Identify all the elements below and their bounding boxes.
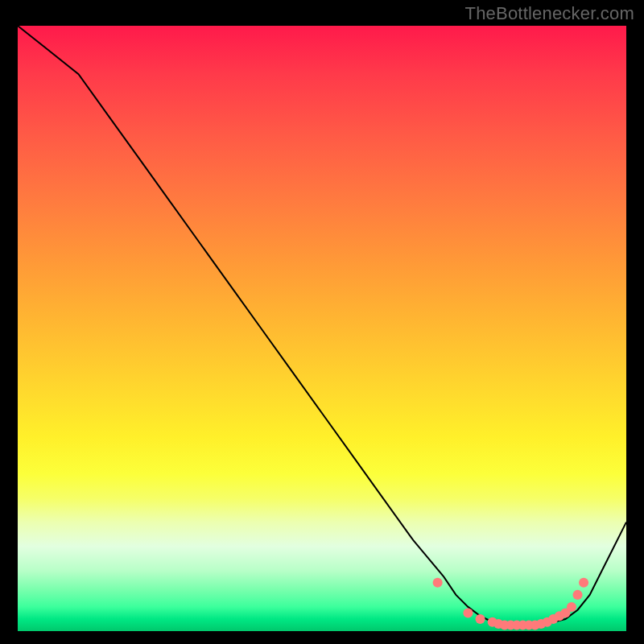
chart-frame: TheBottlenecker.com xyxy=(0,0,644,644)
curve-marker xyxy=(567,602,576,612)
marker-group xyxy=(433,578,589,630)
curve-marker xyxy=(579,578,588,588)
curve-marker xyxy=(463,608,473,617)
attribution-label: TheBottlenecker.com xyxy=(465,3,634,24)
curve-path xyxy=(18,26,626,625)
curve-marker xyxy=(476,614,485,624)
curve-marker xyxy=(572,590,582,600)
bottleneck-curve xyxy=(18,26,626,631)
curve-marker xyxy=(433,578,443,588)
plot-area xyxy=(18,26,626,631)
